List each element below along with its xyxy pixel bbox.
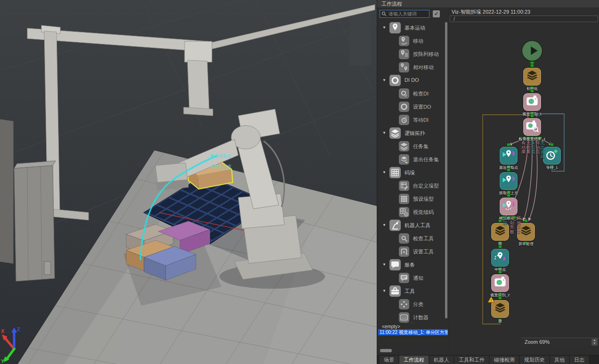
tree-group-4[interactable]: ▼ 机器人工具 [377,219,448,232]
flow-node-init[interactable]: 初始化 [523,68,541,86]
filter-checkbox[interactable]: ✓ [433,10,440,17]
tree-item-label: 分类 [413,301,423,308]
project-title: Viz-智能拆垛 2022-12-29 11:00:23 [452,8,530,16]
input-port[interactable] [530,114,534,118]
tab-1[interactable]: 工作流程 [399,356,429,364]
edge-label: 无结果 [526,141,531,155]
status-message-row[interactable]: 11:00:22 视觉移动_1: 单分区方形 [378,329,448,335]
input-port[interactable] [507,168,510,172]
tab-2[interactable]: 机器人 [429,356,453,364]
viewport-3d[interactable]: 最近抓取点 抓取点上方 X Z Y [0,0,377,364]
input-port[interactable] [550,143,554,146]
input-port[interactable] [524,219,528,222]
edge-label: 其他异常 [517,216,521,234]
flow-node-start[interactable] [522,41,542,61]
tree-group-3[interactable]: ▼ 码垛 [377,166,448,179]
pallet-icon [389,167,401,178]
tree-item[interactable]: 等待DI [377,113,448,127]
flow-node-mid_point[interactable]: 中间点 [491,249,509,267]
tree-item[interactable]: 通知 [377,271,448,285]
tab-5[interactable]: 规划历史 [520,356,549,364]
zoom-level-label: Zoom 69% [525,339,550,345]
input-port[interactable] [498,245,502,248]
tab-4[interactable]: 碰撞检测 [490,356,519,364]
tab-7[interactable]: 日志 [570,356,589,364]
flow-node-grab[interactable]: 抓 [491,223,509,241]
tree-group-label: 服务 [405,261,415,269]
input-port[interactable] [498,296,502,300]
flowchart-canvas[interactable]: 初始化 视觉识别_1 检查视觉结果_1 最近抓取点 等待_1 抓取点上方 视觉移… [449,23,599,347]
svg-text:!: ! [491,298,492,303]
chevron-down-icon[interactable]: ▼ [382,26,386,30]
tree-item-label: 相对移动 [413,64,434,71]
flow-node-nearest_pick[interactable]: 最近抓取点 [500,147,518,165]
input-port[interactable] [530,64,534,67]
tab-6[interactable]: 其他 [550,356,569,364]
tree-item-label: 自定义垛型 [413,182,439,190]
flow-node-wait1[interactable]: 等待_1 [543,147,561,165]
warning-icon: ! [487,296,495,305]
tab-3[interactable]: 工具和工件 [454,356,489,364]
breadcrumb[interactable]: / [450,16,598,22]
input-port[interactable] [498,270,502,274]
chevron-down-icon[interactable]: ▼ [382,289,386,293]
pin-pair-icon [399,62,409,72]
axis-z-label: Z [17,326,20,332]
label-nearest-pick-point: 最近抓取点 [210,154,231,158]
flowchart-area: Viz-智能拆垛 2022-12-29 11:00:23 / [449,8,599,355]
tree-item[interactable]: 分类 [377,298,448,311]
input-port[interactable] [507,194,510,197]
progress-bar [380,349,392,352]
step-library-sidebar: ✓ ▼ 基本运动 移动 按阵列移动 相对移动 ▼ DI DO 检查DI 设置DO… [377,8,448,355]
tree-item[interactable]: 按阵列移动 [377,47,448,61]
input-port[interactable] [530,89,534,93]
horizontal-splitter-handle[interactable]: ······ [404,320,415,325]
tree-item[interactable]: 预设垛型 [377,192,448,206]
input-port[interactable] [507,143,510,146]
tree-group-5[interactable]: ▼ 服务 [377,258,448,271]
chevron-down-icon[interactable]: ▼ [382,131,386,135]
flow-node-vision_move[interactable]: 视觉移动_1 [500,198,518,215]
vision-icon [524,93,540,111]
flow-node-above_pick[interactable]: 抓取点上方 [500,172,518,190]
move-icon [501,147,517,165]
tree-group-2[interactable]: ▼ 逻辑拓扑 [377,127,448,140]
pin-grid-icon [399,49,409,59]
workflow-panel: 工作流程 ✓ ▼ 基本运动 移动 按阵列移动 [377,0,599,364]
flow-node-check_vision[interactable]: 检查视觉结果_1 [523,118,541,136]
tree-item[interactable]: 退出任务集 [377,153,448,166]
tree-item[interactable]: 检查工具 [377,232,448,245]
tab-0[interactable]: 场景 [380,356,398,364]
search-box[interactable] [380,10,429,18]
edge-label: 未完成 [531,141,535,155]
tree-item-label: 通知 [413,275,423,282]
tree-item[interactable]: 检查DI [377,87,448,100]
wait-icon [544,147,560,165]
tool-check-icon [399,233,409,244]
tree-item[interactable]: 自定义垛型 [377,179,448,192]
tree-item[interactable]: 移动 [377,34,448,47]
flow-node-vision2[interactable]: 视觉识别_2 [491,274,509,292]
tree-item[interactable]: 相对移动 [377,61,448,74]
chevron-down-icon[interactable]: ▼ [382,223,386,227]
tree-item[interactable]: 设置工具 [377,245,448,258]
tree-item-label: 任务集 [413,143,429,150]
search-icon [381,11,387,16]
tree-item-label: 视觉续码 [413,209,434,216]
tree-item[interactable]: 任务集 [377,140,448,153]
chevron-down-icon[interactable]: ▼ [382,79,386,82]
chevron-down-icon[interactable]: ▼ [382,171,386,174]
search-input[interactable] [388,11,429,17]
tree-group-0[interactable]: ▼ 基本运动 [377,21,448,34]
tree-item[interactable]: 视觉续码 [377,206,448,219]
tree-group-1[interactable]: ▼ DI DO [377,74,448,87]
input-port[interactable] [498,219,502,222]
tree-item[interactable]: 设置DO [377,100,448,113]
tree-group-6[interactable]: ▼ 工具 [377,285,448,298]
axis-x-label: X [1,328,5,334]
chevron-down-icon[interactable]: ▼ [382,263,386,267]
flow-node-vision1[interactable]: 视觉识别_1 [523,93,541,111]
flow-node-drop[interactable]: ! 放 [491,300,509,318]
vision-icon [492,274,508,292]
zoom-spinner[interactable]: ▲▼ [591,339,598,346]
